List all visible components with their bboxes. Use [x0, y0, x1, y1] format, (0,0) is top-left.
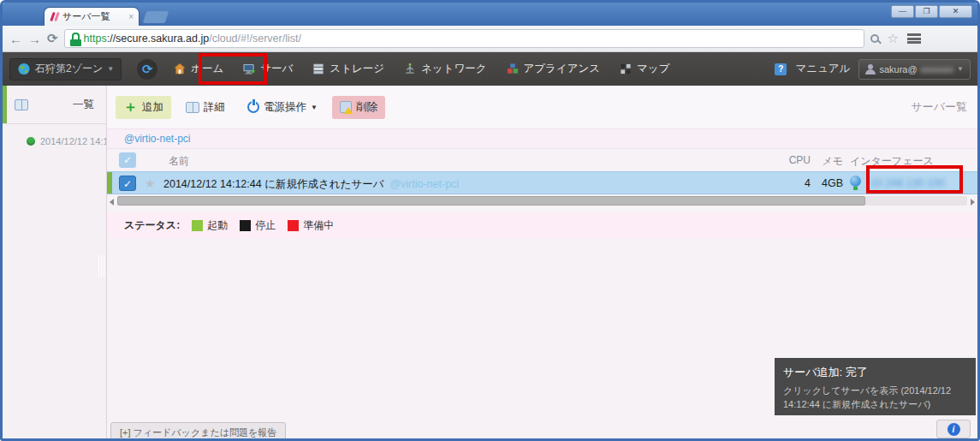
nav-item-map[interactable]: マップ — [615, 57, 673, 81]
scrollbar-thumb[interactable] — [117, 196, 865, 206]
nav-item-label: マップ — [637, 62, 669, 76]
row-status-bar — [107, 172, 112, 194]
home-icon — [173, 63, 187, 75]
account-caret-icon: ▼ — [957, 65, 964, 73]
detail-button[interactable]: 詳細 — [178, 96, 233, 119]
running-swatch-icon — [192, 220, 203, 231]
back-icon[interactable]: ← — [9, 32, 22, 46]
power-operations-button[interactable]: 電源操作 ▼ — [240, 96, 325, 119]
minimize-button[interactable]: — — [891, 5, 914, 18]
power-icon — [247, 101, 259, 113]
preparing-swatch-icon — [288, 220, 299, 231]
toast-body: クリックしてサーバを表示 (2014/12/12 14:12:44 に新規作成さ… — [783, 384, 967, 412]
app-nav-right: ? マニュアル sakura@ xxxxxxx ▼ — [775, 59, 971, 80]
close-button[interactable]: ✕ — [939, 5, 972, 18]
row-checkbox[interactable]: ✓ — [119, 176, 136, 191]
nav-item-server[interactable]: サーバ — [239, 57, 296, 81]
maximize-button[interactable]: ❐ — [915, 5, 938, 18]
ssl-lock-icon — [72, 33, 80, 39]
list-book-icon — [15, 99, 28, 110]
page-zoom-icon[interactable] — [870, 34, 879, 43]
detail-button-label: 詳細 — [204, 100, 225, 115]
header-cpu: CPU — [783, 154, 811, 166]
tab-title: サーバ一覧 — [62, 10, 125, 23]
table-row[interactable]: ✓ ★ 2014/12/12 14:12:44 に新規作成されたサーバ @vir… — [107, 171, 977, 194]
server-tag[interactable]: @virtio-net-pci — [389, 178, 459, 190]
account-prefix: sakura@ — [879, 64, 917, 74]
header-interface: インターフェース — [850, 154, 934, 169]
favorite-star-icon[interactable]: ★ — [145, 176, 156, 190]
nav-item-label: サーバ — [260, 62, 293, 76]
sidebar-active-bar — [3, 86, 7, 123]
sidebar-resize-grip[interactable] — [98, 255, 104, 277]
address-bar[interactable]: https://secure.sakura.ad.jp/cloud/#!/ser… — [64, 29, 864, 48]
server-monitor-icon — [242, 63, 256, 75]
server-name: 2014/12/12 14:12:44 に新規作成されたサーバ @virtio-… — [163, 177, 459, 192]
main-panel: ＋ 追加 詳細 電源操作 ▼ 削除 サーバー覧 — [107, 86, 977, 438]
url-text: https://secure.sakura.ad.jp/cloud/#!/ser… — [84, 33, 301, 45]
url-protocol: https — [84, 33, 107, 45]
forward-icon[interactable]: → — [28, 32, 41, 46]
network-icon — [403, 63, 417, 75]
server-cpu-value: 4 — [783, 177, 811, 189]
tab-close-icon[interactable]: × — [128, 12, 134, 21]
scrollbar-track[interactable] — [117, 196, 967, 206]
nav-item-label: ネットワーク — [421, 62, 486, 76]
page-title: サーバー覧 — [911, 99, 967, 115]
app-nav-bar: 石狩第2ゾーン ▼ ⟳ ホーム サーバ — [3, 52, 977, 86]
nav-item-label: アプライアンス — [524, 62, 601, 76]
reload-icon[interactable]: ⟳ — [47, 31, 58, 46]
header-name: 名前 — [169, 154, 189, 169]
scroll-left-icon[interactable] — [110, 199, 114, 206]
sidebar-header-label: 一覧 — [73, 98, 94, 112]
status-legend-label: ステータス: — [124, 218, 180, 233]
nav-item-home[interactable]: ホーム — [169, 57, 227, 81]
sidebar-item-server[interactable]: 2014/12/12 14:1 — [3, 124, 106, 146]
power-button-label: 電源操作 — [264, 100, 306, 115]
url-path: /cloud/#!/server/list/ — [209, 33, 301, 45]
interface-globe-icon — [850, 176, 861, 187]
delete-button[interactable]: 削除 — [332, 96, 385, 119]
interface-ip-redacted[interactable]: 10.248.130.100 — [870, 177, 945, 189]
delete-warning-icon — [340, 101, 352, 113]
account-redacted: xxxxxxx — [921, 64, 954, 74]
bookmark-star-icon[interactable]: ☆ — [888, 31, 899, 46]
new-tab-button[interactable] — [143, 11, 169, 23]
delete-button-label: 削除 — [356, 100, 377, 115]
horizontal-scrollbar[interactable] — [107, 195, 977, 207]
refresh-button[interactable]: ⟳ — [137, 59, 157, 80]
status-item-stopped: 停止 — [240, 218, 276, 233]
action-toolbar: ＋ 追加 詳細 電源操作 ▼ 削除 サーバー覧 — [107, 86, 977, 128]
zone-selector[interactable]: 石狩第2ゾーン ▼ — [9, 58, 122, 80]
appliance-icon — [506, 63, 520, 75]
nav-item-network[interactable]: ネットワーク — [400, 57, 490, 81]
status-item-preparing: 準備中 — [288, 218, 334, 233]
add-button[interactable]: ＋ 追加 — [116, 96, 171, 119]
browser-tab[interactable]: サーバ一覧 × — [44, 7, 140, 26]
manual-link[interactable]: マニュアル — [795, 62, 850, 76]
toast-title: サーバ追加: 完了 — [783, 365, 967, 380]
nav-item-storage[interactable]: ストレージ — [308, 57, 388, 81]
account-menu[interactable]: sakura@ xxxxxxx ▼ — [858, 59, 971, 80]
add-button-label: 追加 — [142, 100, 163, 115]
sidebar: 一覧 2014/12/12 14:1 — [3, 86, 107, 438]
info-icon: i — [947, 423, 960, 436]
power-caret-icon: ▼ — [311, 104, 318, 111]
browser-toolbar: ← → ⟳ https://secure.sakura.ad.jp/cloud/… — [3, 26, 977, 52]
sidebar-item-label: 2014/12/12 14:1 — [40, 136, 106, 146]
toast-notification[interactable]: サーバ追加: 完了 クリックしてサーバを表示 (2014/12/12 14:12… — [775, 358, 976, 415]
nav-item-label: ストレージ — [330, 62, 384, 76]
content-area: 一覧 2014/12/12 14:1 ＋ 追加 詳細 — [3, 86, 977, 438]
nav-item-appliance[interactable]: アプライアンス — [502, 57, 604, 81]
select-all-checkbox[interactable]: ✓ — [119, 152, 136, 168]
nav-item-label: ホーム — [191, 62, 223, 76]
info-button[interactable]: i — [936, 420, 971, 438]
storage-icon — [312, 63, 325, 75]
chrome-menu-icon[interactable] — [907, 33, 921, 44]
tag-filter-link[interactable]: @virtio-net-pci — [124, 133, 191, 145]
server-running-dot-icon — [27, 137, 35, 146]
plus-icon: ＋ — [123, 101, 138, 113]
feedback-button[interactable]: [+] フィードバックまたは問題を報告 — [110, 422, 286, 438]
sidebar-header[interactable]: 一覧 — [3, 86, 106, 124]
scroll-right-icon[interactable] — [971, 199, 975, 206]
